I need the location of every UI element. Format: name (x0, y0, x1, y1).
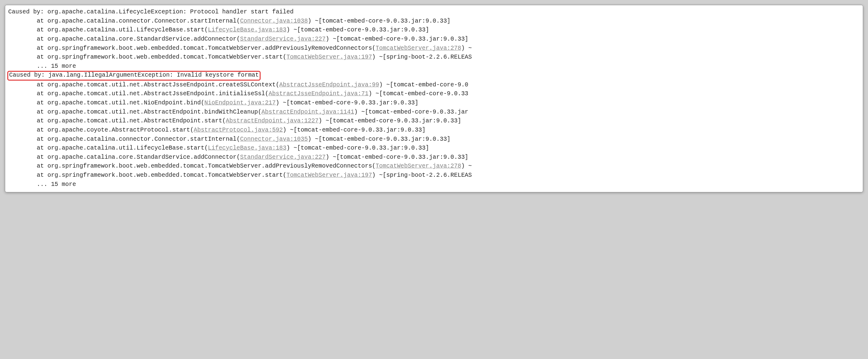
stacktrace-line: at org.springframework.boot.web.embedded… (8, 53, 860, 62)
trace-suffix: ) ~[tomcat-embed-core-9.0.33.jar:9.0.33] (276, 100, 418, 106)
trace-text: at org.apache.tomcat.util.net.AbstractEn… (8, 117, 226, 124)
trace-suffix: ) ~ (461, 163, 472, 169)
trace-text: at org.apache.catalina.core.StandardServ… (8, 36, 240, 43)
source-link[interactable]: AbstractProtocol.java:592 (194, 127, 283, 133)
stacktrace-line: Caused by: java.lang.IllegalArgumentExce… (8, 71, 860, 80)
trace-text: at org.apache.catalina.connector.Connect… (8, 18, 240, 24)
stacktrace-line: at org.springframework.boot.web.embedded… (8, 171, 860, 180)
trace-text: at org.springframework.boot.web.embedded… (8, 45, 375, 52)
source-link[interactable]: TomcatWebServer.java:197 (286, 54, 372, 60)
stacktrace-line: at org.springframework.boot.web.embedded… (8, 44, 860, 53)
trace-text: ... 15 more (8, 181, 76, 188)
trace-text: Caused by: org.apache.catalina.Lifecycle… (8, 8, 293, 15)
stacktrace-line: at org.apache.tomcat.util.net.AbstractEn… (8, 108, 860, 117)
source-link[interactable]: AbstractJsseEndpoint.java:99 (279, 82, 379, 88)
trace-suffix: ) ~[tomcat-embed-core-9.0.33.jar:9.0.33] (326, 36, 468, 43)
trace-suffix: ) ~[spring-boot-2.2.6.RELEAS (372, 54, 472, 60)
stacktrace-line: at org.apache.tomcat.util.net.AbstractJs… (8, 89, 860, 99)
stacktrace-line: at org.apache.catalina.connector.Connect… (8, 17, 860, 26)
trace-suffix: ) ~[tomcat-embed-core-9.0.33.jar:9.0.33] (318, 117, 461, 124)
stacktrace-line: at org.apache.catalina.util.LifecycleBas… (8, 26, 860, 35)
trace-text: at org.apache.catalina.connector.Connect… (8, 136, 240, 143)
stacktrace-line: at org.apache.catalina.util.LifecycleBas… (8, 144, 860, 153)
trace-suffix: ) ~[tomcat-embed-core-9.0.33 (369, 90, 468, 97)
stacktrace-line: at org.apache.catalina.connector.Connect… (8, 135, 860, 144)
highlighted-exception: Caused by: java.lang.IllegalArgumentExce… (7, 71, 260, 80)
trace-suffix: ) ~[tomcat-embed-core-9.0.33.jar:9.0.33] (286, 145, 429, 151)
trace-text: at org.apache.catalina.util.LifecycleBas… (8, 27, 208, 33)
source-link[interactable]: StandardService.java:227 (240, 36, 326, 43)
trace-text: at org.apache.tomcat.util.net.AbstractJs… (8, 82, 279, 88)
source-link[interactable]: AbstractJsseEndpoint.java:71 (269, 90, 369, 97)
stacktrace-line: at org.springframework.boot.web.embedded… (8, 162, 860, 171)
trace-suffix: ) ~[tomcat-embed-core-9.0 (379, 82, 468, 88)
trace-text: at org.springframework.boot.web.embedded… (8, 172, 286, 178)
trace-suffix: ) ~[tomcat-embed-core-9.0.33.jar:9.0.33] (283, 127, 426, 133)
source-link[interactable]: LifecycleBase.java:183 (208, 145, 286, 151)
trace-text: at org.apache.catalina.core.StandardServ… (8, 154, 240, 161)
trace-text: at org.springframework.boot.web.embedded… (8, 54, 286, 60)
source-link[interactable]: TomcatWebServer.java:278 (375, 163, 461, 169)
stacktrace-line: ... 15 more (8, 180, 860, 189)
source-link[interactable]: AbstractEndpoint.java:1141 (261, 109, 354, 115)
source-link[interactable]: Connector.java:1035 (240, 136, 308, 143)
trace-text: at org.apache.tomcat.util.net.NioEndpoin… (8, 100, 205, 106)
stacktrace-container: Caused by: org.apache.catalina.Lifecycle… (5, 5, 863, 192)
stacktrace-line: at org.apache.tomcat.util.net.AbstractJs… (8, 81, 860, 90)
exception-text: Caused by: java.lang.IllegalArgumentExce… (9, 72, 259, 79)
trace-text: at org.springframework.boot.web.embedded… (8, 163, 375, 169)
trace-suffix: ) ~ (461, 45, 472, 52)
stacktrace-line: ... 15 more (8, 62, 860, 71)
trace-text: at org.apache.tomcat.util.net.AbstractEn… (8, 109, 261, 115)
stacktrace-line: at org.apache.coyote.AbstractProtocol.st… (8, 126, 860, 135)
source-link[interactable]: Connector.java:1038 (240, 18, 308, 24)
trace-suffix: ) ~[tomcat-embed-core-9.0.33.jar (354, 109, 468, 115)
source-link[interactable]: TomcatWebServer.java:197 (286, 172, 372, 178)
source-link[interactable]: StandardService.java:227 (240, 154, 326, 161)
source-link[interactable]: AbstractEndpoint.java:1227 (226, 117, 318, 124)
trace-text: at org.apache.catalina.util.LifecycleBas… (8, 145, 208, 151)
trace-text: at org.apache.tomcat.util.net.AbstractJs… (8, 90, 269, 97)
trace-suffix: ) ~[tomcat-embed-core-9.0.33.jar:9.0.33] (326, 154, 468, 161)
stacktrace-line: at org.apache.catalina.core.StandardServ… (8, 153, 860, 162)
trace-text: ... 15 more (8, 63, 76, 70)
source-link[interactable]: TomcatWebServer.java:278 (375, 45, 461, 52)
source-link[interactable]: LifecycleBase.java:183 (208, 27, 286, 33)
stacktrace-line: at org.apache.tomcat.util.net.AbstractEn… (8, 117, 860, 126)
stacktrace-line: Caused by: org.apache.catalina.Lifecycle… (8, 8, 860, 17)
source-link[interactable]: NioEndpoint.java:217 (205, 100, 276, 106)
trace-text: at org.apache.coyote.AbstractProtocol.st… (8, 127, 194, 133)
trace-suffix: ) ~[spring-boot-2.2.6.RELEAS (372, 172, 472, 178)
trace-suffix: ) ~[tomcat-embed-core-9.0.33.jar:9.0.33] (308, 136, 451, 143)
stacktrace-line: at org.apache.tomcat.util.net.NioEndpoin… (8, 99, 860, 108)
trace-suffix: ) ~[tomcat-embed-core-9.0.33.jar:9.0.33] (308, 18, 451, 24)
stacktrace-line: at org.apache.catalina.core.StandardServ… (8, 35, 860, 44)
trace-suffix: ) ~[tomcat-embed-core-9.0.33.jar:9.0.33] (286, 27, 429, 33)
